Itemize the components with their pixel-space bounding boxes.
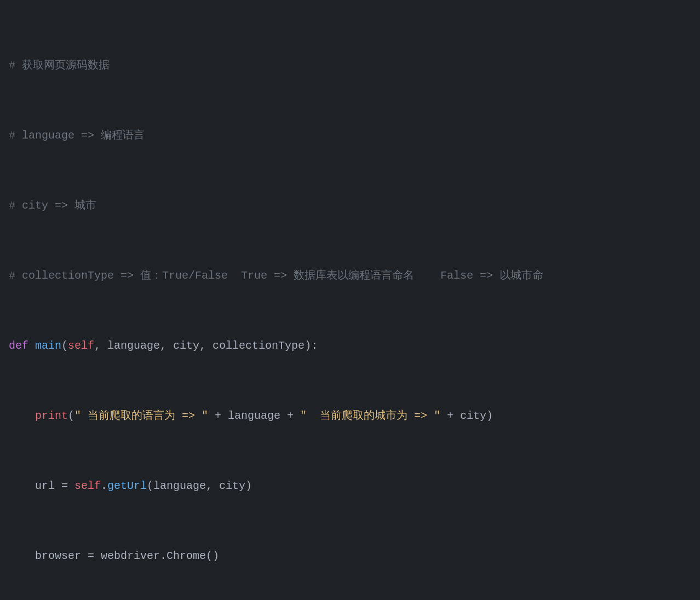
geturl-method: getUrl xyxy=(107,480,147,492)
plain-6b: + city) xyxy=(440,409,493,422)
plain-7: . xyxy=(101,480,107,492)
plain-7b: (language, city) xyxy=(147,480,252,492)
str-6a: " 当前爬取的语言为 => " xyxy=(74,409,208,422)
print-6: print xyxy=(35,409,68,422)
line-4: # collectionType => 值：True/False True =>… xyxy=(0,267,700,285)
comment-3: # city => 城市 xyxy=(9,199,96,212)
str-6b: " 当前爬取的城市为 => " xyxy=(300,409,440,422)
line-1: # 获取网页源码数据 xyxy=(0,57,700,74)
line-7: url = self.getUrl(language, city) xyxy=(0,477,700,495)
paren-6a: ( xyxy=(68,409,74,422)
self-kw-5: self xyxy=(68,339,94,352)
indent-7: url = xyxy=(9,480,74,492)
self-kw-7: self xyxy=(74,480,101,492)
indent-6 xyxy=(9,409,35,422)
line-3: # city => 城市 xyxy=(0,197,700,215)
line-6: print(" 当前爬取的语言为 => " + language + " 当前爬… xyxy=(0,407,700,425)
comment-1: # 获取网页源码数据 xyxy=(9,59,110,72)
line-5: def main(self, language, city, collectio… xyxy=(0,337,700,355)
line-2: # language => 编程语言 xyxy=(0,127,700,145)
indent-8: browser = webdriver.Chrome() xyxy=(9,550,219,562)
def-keyword: def xyxy=(9,339,35,352)
plain-6a: + language + xyxy=(208,409,300,422)
line-8: browser = webdriver.Chrome() xyxy=(0,547,700,565)
code-editor: # 获取网页源码数据 # language => 编程语言 # city => … xyxy=(0,0,700,600)
func-name: main xyxy=(35,339,61,352)
plain-5: ( xyxy=(61,339,68,352)
plain-5b: , language, city, collectionType): xyxy=(94,339,318,352)
comment-4: # collectionType => 值：True/False True =>… xyxy=(9,269,543,282)
comment-2: # language => 编程语言 xyxy=(9,129,145,142)
